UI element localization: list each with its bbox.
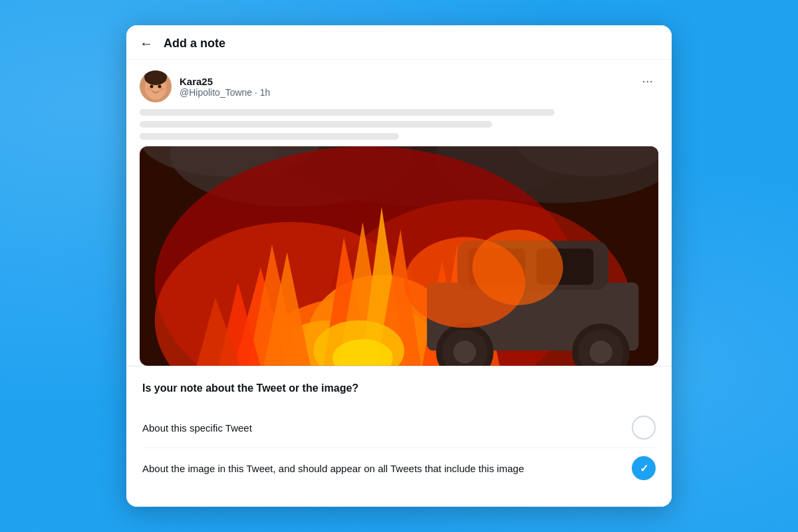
main-card: ← Add a note xyxy=(126,25,672,507)
svg-point-5 xyxy=(158,85,162,88)
text-line-1 xyxy=(140,109,555,116)
tweet-user-info: Kara25 @Hipolito_Towne · 1h xyxy=(180,76,270,98)
checkmark-icon: ✓ xyxy=(640,462,648,475)
avatar xyxy=(140,70,172,102)
tweet-handle-and-time: @Hipolito_Towne · 1h xyxy=(180,87,270,98)
option-tweet-label: About this specific Tweet xyxy=(142,421,252,435)
option-image-label: About the image in this Tweet, and shoul… xyxy=(142,462,524,475)
tweet-username: Kara25 xyxy=(180,76,270,87)
tweet-header-left: Kara25 @Hipolito_Towne · 1h xyxy=(140,70,270,102)
svg-rect-47 xyxy=(140,146,658,366)
bottom-question: Is your note about the Tweet or the imag… xyxy=(142,382,656,394)
more-options-icon[interactable]: ··· xyxy=(636,70,658,91)
tweet-image xyxy=(140,146,658,366)
option-image[interactable]: About the image in this Tweet, and shoul… xyxy=(142,448,656,488)
option-tweet[interactable]: About this specific Tweet xyxy=(142,408,656,448)
text-line-3 xyxy=(140,133,399,140)
tweet-text-placeholder xyxy=(140,109,658,140)
svg-point-7 xyxy=(160,88,165,91)
svg-point-4 xyxy=(150,85,154,88)
svg-point-6 xyxy=(146,88,152,91)
tweet-header: Kara25 @Hipolito_Towne · 1h ··· xyxy=(140,70,658,102)
top-bar: ← Add a note xyxy=(126,25,672,60)
bottom-panel: Is your note about the Tweet or the imag… xyxy=(126,366,672,507)
radio-tweet[interactable] xyxy=(632,416,656,440)
radio-image[interactable]: ✓ xyxy=(632,456,656,480)
svg-point-3 xyxy=(146,70,165,81)
back-button[interactable]: ← xyxy=(140,36,153,51)
tweet-section: Kara25 @Hipolito_Towne · 1h ··· xyxy=(126,60,672,366)
page-title: Add a note xyxy=(164,37,225,51)
text-line-2 xyxy=(140,121,492,128)
